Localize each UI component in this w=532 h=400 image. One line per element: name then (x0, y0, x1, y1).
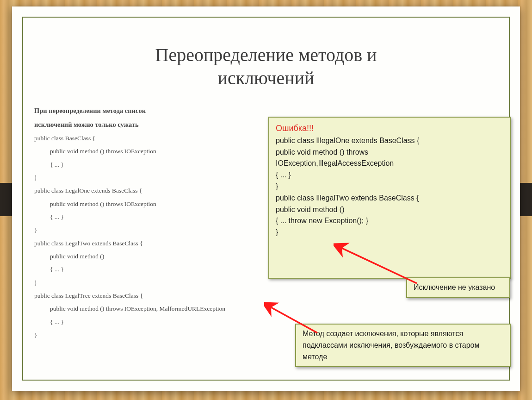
error-callout: Ошибка!!! public class IllegalOne extend… (268, 117, 511, 279)
code-line: } (34, 224, 293, 237)
code-line: { ... } (276, 169, 504, 181)
title-line-2: исключений (217, 68, 314, 88)
code-line: IOException,IllegalAccessException (276, 158, 504, 169)
note-text-1: Исключение не указано (414, 283, 495, 291)
note-callout-2: Метод создает исключения, которые являют… (295, 324, 511, 367)
code-line: } (34, 329, 293, 342)
code-line: public void method () throws IOException (34, 145, 293, 158)
code-line: public class LegalTwo extends BaseClass … (34, 237, 293, 250)
code-line: public void method () throws (276, 147, 504, 158)
code-line: } (276, 227, 504, 238)
code-line: public class IllegalOne extends BaseClas… (276, 135, 504, 147)
code-line: { ... throw new Exception(); } (276, 215, 504, 227)
code-line: public class LegalOne extends BaseClass … (34, 184, 293, 197)
code-line: public class BaseClass { (34, 132, 293, 145)
code-line: public void method () (276, 204, 504, 216)
code-line: } (34, 171, 293, 184)
left-code-column: При переопределении метода список исключ… (34, 104, 293, 342)
code-line: public void method () throws IOException (34, 198, 293, 211)
code-line: } (276, 181, 504, 193)
title-line-1: Переопределение методов и (155, 44, 377, 65)
note-text-2: Метод создает исключения, которые являют… (303, 330, 479, 361)
code-line: { ... } (34, 316, 293, 329)
slide-frame: Переопределение методов и исключений При… (12, 6, 520, 391)
slide-title: Переопределение методов и исключений (12, 44, 520, 90)
code-line: { ... } (34, 158, 293, 171)
code-line: public void method () throws IOException… (34, 302, 293, 315)
intro-line-1: При переопределении метода список (34, 104, 293, 118)
code-line: public void method () (34, 250, 293, 263)
note-callout-1: Исключение не указано (406, 277, 510, 298)
code-line: } (34, 276, 293, 289)
code-line: { ... } (34, 211, 293, 224)
code-line: public class LegalTree extends BaseClass… (34, 289, 293, 302)
code-line: { ... } (34, 263, 293, 276)
code-line: public class IllegalTwo extends BaseClas… (276, 193, 504, 204)
error-heading: Ошибка!!! (276, 122, 504, 135)
intro-line-2: исключений можно только сужать (34, 118, 293, 131)
